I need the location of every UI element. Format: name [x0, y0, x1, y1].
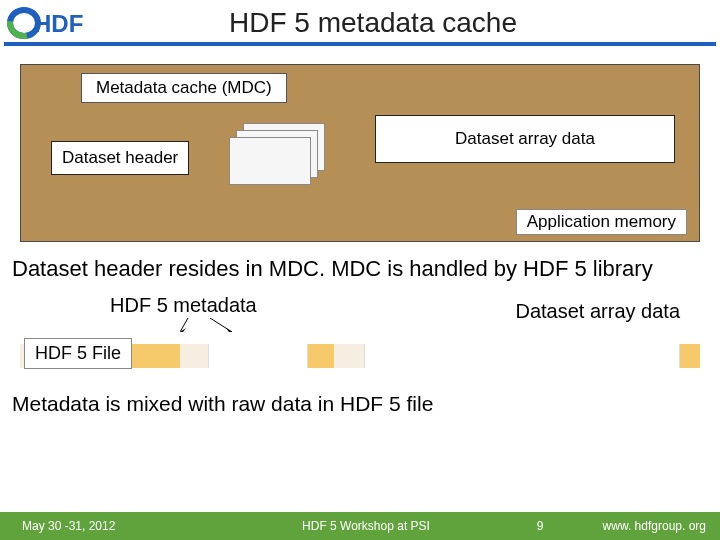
hdf5-file-label: HDF 5 File — [24, 338, 132, 369]
application-memory-label: Application memory — [516, 209, 687, 235]
title-underline — [4, 42, 716, 46]
dataset-array-label: Dataset array data — [447, 129, 603, 149]
array-data-label: Dataset array data — [515, 300, 680, 323]
svg-text:HDF: HDF — [34, 10, 83, 37]
sheet-icon — [229, 137, 311, 185]
file-chunk-meta — [180, 344, 208, 368]
footer-venue: HDF 5 Workshop at PSI — [222, 519, 510, 533]
footer-page: 9 — [510, 519, 570, 533]
file-chunk-meta — [334, 344, 364, 368]
dataset-array-box: Dataset array data — [375, 115, 675, 163]
mdc-memory-block: Metadata cache (MDC) Dataset header Data… — [20, 64, 700, 242]
caption-2: Metadata is mixed with raw data in HDF 5… — [12, 392, 708, 416]
footer-url: www. hdfgroup. org — [570, 519, 720, 533]
metadata-label: HDF 5 metadata — [110, 294, 257, 317]
slide-footer: May 30 -31, 2012 HDF 5 Workshop at PSI 9… — [0, 512, 720, 540]
caption-1: Dataset header resides in MDC. MDC is ha… — [12, 256, 708, 282]
dataset-header-box: Dataset header — [51, 141, 189, 175]
file-chunk-raw — [308, 344, 334, 368]
arrow-icon — [180, 318, 270, 332]
hdf-logo-icon: HDF — [6, 6, 92, 40]
hdf5-file-strip: HDF 5 File — [20, 334, 700, 380]
metadata-sheet-stack — [229, 123, 327, 185]
mdc-label-box: Metadata cache (MDC) — [81, 73, 287, 103]
file-chunk-raw — [208, 344, 308, 368]
slide-header: HDF HDF 5 metadata cache — [0, 0, 720, 42]
file-chunk-raw — [680, 344, 700, 368]
filestrip-labels: HDF 5 metadata Dataset array data — [0, 288, 720, 328]
file-chunk-raw — [364, 344, 680, 368]
footer-date: May 30 -31, 2012 — [22, 519, 222, 533]
slide-title: HDF 5 metadata cache — [92, 7, 714, 39]
